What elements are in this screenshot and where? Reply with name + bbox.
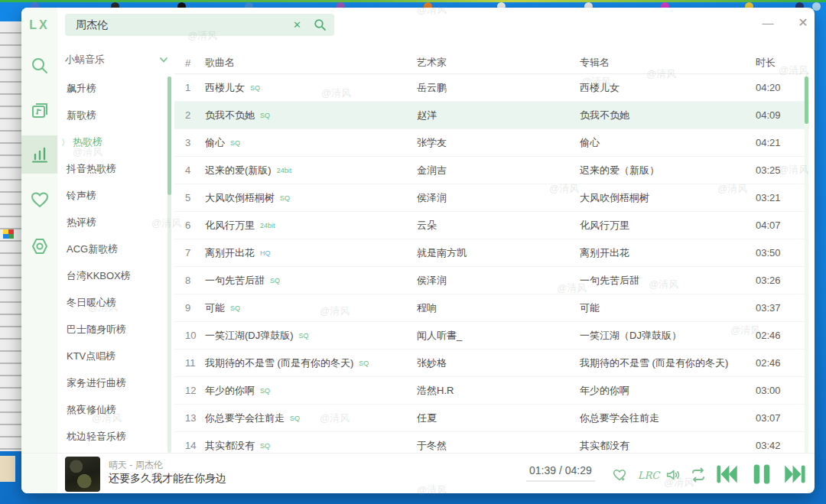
col-header-album: 专辑名: [580, 56, 756, 70]
duration: 02:46: [756, 330, 809, 341]
duration: 03:07: [756, 412, 809, 424]
playback-time: 01:39 / 04:29: [526, 464, 595, 482]
search-input[interactable]: [74, 18, 293, 32]
song-name: 迟来的爱(新版): [205, 164, 272, 176]
background-app-icon: [3, 229, 14, 239]
board-label: 冬日暖心榜: [67, 297, 116, 308]
board-item[interactable]: 新歌榜: [60, 102, 168, 128]
search-bar[interactable]: ✕: [65, 14, 334, 36]
song-name: 离别开出花: [205, 247, 255, 259]
board-label: 台湾KKBOX榜: [67, 270, 131, 281]
table-row[interactable]: 4迟来的爱(新版)24bit金润吉迟来的爱（新版）03:25: [174, 157, 809, 184]
row-number: 13: [174, 412, 205, 424]
volume-button[interactable]: [664, 466, 682, 484]
song-cell: 我期待的不是雪 (而是有你的冬天)SQ: [205, 356, 417, 370]
source-select[interactable]: 小蜗音乐: [65, 50, 169, 69]
song-cell: 离别开出花HQ: [205, 246, 417, 260]
table-row[interactable]: 7离别开出花HQ就是南方凯离别开出花03:50: [174, 239, 809, 267]
song-table-body: 1西楼儿女SQ岳云鹏西楼儿女04:202负我不负她SQ赵洋负我不负她04:093…: [174, 74, 809, 453]
col-header-song: 歌曲名: [205, 56, 417, 70]
song-cell: 化风行万里24bit: [205, 219, 417, 232]
song-name: 你总要学会往前走: [205, 412, 285, 424]
quality-tag: SQ: [260, 112, 270, 119]
skip-previous-icon: [714, 462, 739, 486]
nav-favorites[interactable]: [29, 189, 50, 210]
love-button[interactable]: [610, 466, 629, 484]
board-item[interactable]: 冬日暖心榜: [60, 289, 168, 316]
board-item[interactable]: 枕边轻音乐榜: [60, 423, 168, 450]
artist-name: 就是南方凯: [417, 246, 580, 260]
board-label: 熬夜修仙榜: [67, 404, 116, 415]
table-row[interactable]: 10一笑江湖(DJ弹鼓版)SQ闻人听書_一笑江湖（DJ弹鼓版）02:46: [174, 322, 809, 350]
board-item[interactable]: 热评榜: [60, 209, 168, 236]
board-item[interactable]: 〉热歌榜: [60, 128, 168, 155]
board-item[interactable]: 铃声榜: [60, 182, 168, 209]
artist-name: 浩然H.R: [417, 384, 580, 398]
board-list-scrollbar[interactable]: [167, 76, 171, 453]
board-item[interactable]: 抖音热歌榜: [60, 155, 168, 182]
col-header-num: #: [174, 57, 205, 69]
song-name: 其实都没有: [205, 440, 255, 451]
board-item[interactable]: 家务进行曲榜: [60, 369, 168, 396]
table-row[interactable]: 5大风吹倒梧桐树SQ侯泽润大风吹倒梧桐树03:21: [174, 184, 809, 212]
duration: 04:07: [756, 219, 809, 231]
play-mode-button[interactable]: [688, 466, 708, 484]
board-item[interactable]: 熬夜修仙榜: [60, 396, 168, 423]
table-row[interactable]: 13你总要学会往前走SQ任夏你总要学会往前走03:07: [174, 405, 809, 432]
quality-tag: SQ: [270, 277, 280, 285]
board-label: KTV点唱榜: [67, 350, 115, 362]
table-row[interactable]: 6化风行万里24bit云朵化风行万里04:07: [174, 212, 809, 239]
song-cell: 西楼儿女SQ: [205, 81, 417, 95]
duration: 03:00: [756, 385, 809, 396]
table-row[interactable]: 14其实都没有SQ于冬然其实都没有03:42: [174, 432, 809, 453]
board-item[interactable]: ACG新歌榜: [60, 236, 168, 262]
artist-name: 于冬然: [417, 439, 580, 453]
desktop: LX: [0, 0, 826, 504]
skip-next-icon: [783, 462, 808, 486]
artist-name: 侯泽润: [417, 274, 580, 288]
song-name: 化风行万里: [205, 219, 255, 231]
nav-songlist[interactable]: [29, 99, 50, 121]
song-cell: 可能SQ: [205, 301, 417, 315]
search-submit-icon[interactable]: [314, 18, 327, 31]
row-number: 1: [174, 82, 205, 93]
row-number: 9: [174, 302, 205, 314]
quality-tag: SQ: [260, 442, 270, 450]
app-logo: LX: [21, 18, 57, 32]
album-name: 西楼儿女: [580, 81, 756, 95]
board-item[interactable]: 巴士随身听榜: [60, 316, 168, 343]
row-number: 7: [174, 247, 205, 259]
nav-search[interactable]: [29, 55, 50, 76]
quality-tag: SQ: [280, 194, 290, 202]
board-scrollbar-thumb[interactable]: [167, 76, 171, 195]
nav-leaderboard[interactable]: [29, 144, 50, 165]
album-art[interactable]: [65, 457, 100, 492]
table-scrollbar[interactable]: [805, 74, 808, 453]
table-row[interactable]: 12年少的你啊SQ浩然H.R年少的你啊03:00: [174, 377, 809, 405]
next-button[interactable]: [783, 462, 808, 486]
table-scrollbar-thumb[interactable]: [805, 76, 808, 124]
table-row[interactable]: 3偷心SQ张学友偷心04:21: [174, 129, 809, 157]
album-name: 离别开出花: [580, 246, 756, 260]
clear-search-icon[interactable]: ✕: [293, 19, 301, 31]
board-item[interactable]: 飙升榜: [60, 75, 168, 102]
song-cell: 一句先苦后甜SQ: [205, 274, 417, 288]
table-row[interactable]: 8一句先苦后甜SQ侯泽润一句先苦后甜03:26: [174, 267, 809, 294]
board-item[interactable]: KTV点唱榜: [60, 343, 168, 369]
duration: 04:20: [756, 82, 809, 93]
duration: 03:21: [756, 192, 809, 203]
board-item[interactable]: 台湾KKBOX榜: [60, 262, 168, 289]
quality-tag: SQ: [230, 139, 240, 147]
table-row[interactable]: 2负我不负她SQ赵洋负我不负她04:09: [174, 102, 809, 129]
pause-button[interactable]: [750, 462, 774, 486]
artist-name: 任夏: [417, 411, 580, 425]
previous-button[interactable]: [714, 462, 739, 486]
table-row[interactable]: 11我期待的不是雪 (而是有你的冬天)SQ张妙格我期待的不是雪 (而是有你的冬天…: [174, 350, 809, 377]
desktop-lyric-button[interactable]: LRC: [638, 467, 659, 483]
row-number: 6: [174, 219, 205, 231]
table-row[interactable]: 9可能SQ程响可能03:37: [174, 294, 809, 322]
close-button[interactable]: ✕: [792, 14, 814, 32]
table-row[interactable]: 1西楼儿女SQ岳云鹏西楼儿女04:20: [174, 74, 809, 102]
nav-settings[interactable]: [29, 236, 50, 257]
minimize-button[interactable]: —: [757, 14, 779, 32]
